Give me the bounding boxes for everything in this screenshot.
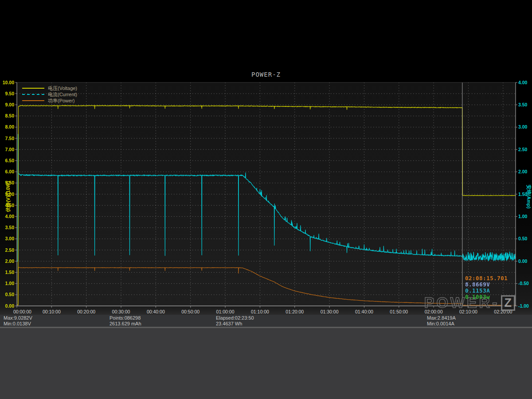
status-current-minmax: Max:2.8419A Min:0.0014A [427,315,456,326]
left-axis-title: 伏特(V)/(10W) [5,170,12,223]
svg-text:3.50: 3.50 [518,102,528,107]
status-points-capacity: Points:086298 2613.629 mAh [110,315,141,326]
status-voltage-minmax: Max:9.0282V Min:0.0138V [4,315,32,326]
svg-text:01:10:00: 01:10:00 [251,309,269,314]
svg-text:9.00: 9.00 [5,102,15,107]
svg-text:4.00: 4.00 [518,80,528,85]
svg-text:01:30:00: 01:30:00 [321,309,339,314]
svg-text:1.50: 1.50 [5,270,15,275]
svg-text:10.00: 10.00 [3,80,14,85]
svg-text:2.50: 2.50 [5,247,15,253]
svg-text:0.00: 0.00 [5,303,15,309]
app-window: POWER-Z 10.009.509.008.508.007.507.006.5… [0,0,532,399]
legend-label-current: 电流(Current) [48,91,77,98]
voltage-line-swatch [22,88,44,89]
svg-text:01:20:00: 01:20:00 [286,309,304,314]
chart-canvas[interactable]: 10.009.509.008.508.007.507.006.506.005.5… [0,0,532,330]
status-mah: 2613.629 mAh [110,321,141,327]
svg-text:01:50:00: 01:50:00 [390,309,408,314]
svg-text:01:00:00: 01:00:00 [216,309,235,314]
svg-text:3.00: 3.00 [518,124,528,129]
power-line-swatch [22,100,44,101]
status-max-voltage: Max:9.0282V [4,315,32,321]
svg-text:9.50: 9.50 [5,91,15,96]
bottom-panel [0,328,532,399]
status-bar: Max:9.0282V Min:0.0138V Points:086298 26… [0,315,532,327]
svg-text:6.50: 6.50 [5,158,15,163]
svg-text:7.50: 7.50 [5,136,15,141]
current-line-swatch [22,94,44,95]
status-max-current: Max:2.8419A [427,315,456,321]
divider-line [0,327,532,328]
legend-item-current[interactable]: 电流(Current) [22,91,77,98]
legend-label-voltage: 电压(Voltage) [48,85,77,92]
cursor-readout: 02:08:15.701 8.8669V 0.1153A 0.1003w [465,275,508,300]
svg-text:-0.50: -0.50 [518,281,529,286]
readout-voltage: 8.8669V [465,282,508,288]
legend-item-voltage[interactable]: 电压(Voltage) [22,85,77,91]
svg-text:1.00: 1.00 [5,281,15,286]
status-points: Points:086298 [110,315,141,321]
readout-time: 02:08:15.701 [465,275,508,282]
readout-current: 0.1153A [465,288,508,294]
right-axis-title: 安培(Amp) [525,170,532,223]
svg-text:7.00: 7.00 [5,147,15,152]
svg-text:00:40:00: 00:40:00 [147,309,165,314]
svg-text:2.00: 2.00 [5,258,15,264]
svg-text:0.50: 0.50 [5,292,15,297]
svg-text:00:30:00: 00:30:00 [112,309,130,314]
legend-label-power: 功率(Power) [48,98,75,104]
svg-text:3.50: 3.50 [5,225,15,230]
status-elapsed-energy: Elapsed:02:23:50 23.4637 Wh [216,315,254,326]
svg-text:01:40:00: 01:40:00 [355,309,373,314]
svg-text:3.00: 3.00 [5,236,15,241]
svg-text:8.00: 8.00 [5,124,15,129]
svg-text:-1.00: -1.00 [518,303,529,309]
svg-text:8.50: 8.50 [5,113,15,118]
readout-power: 0.1003w [465,294,508,300]
status-wh: 23.4637 Wh [216,321,254,327]
legend-item-power[interactable]: 功率(Power) [22,98,77,104]
svg-text:2.50: 2.50 [518,147,528,152]
status-min-current: Min:0.0014A [427,321,456,327]
svg-text:00:00:00: 00:00:00 [13,309,31,314]
chart-legend: 电压(Voltage) 电流(Current) 功率(Power) [22,85,77,104]
status-min-voltage: Min:0.0138V [4,321,32,327]
svg-text:00:50:00: 00:50:00 [181,309,200,314]
svg-text:00:20:00: 00:20:00 [77,309,95,314]
svg-text:0.50: 0.50 [518,236,528,241]
status-elapsed: Elapsed:02:23:50 [216,315,254,321]
svg-text:0.00: 0.00 [518,258,528,264]
svg-text:00:10:00: 00:10:00 [43,309,61,314]
